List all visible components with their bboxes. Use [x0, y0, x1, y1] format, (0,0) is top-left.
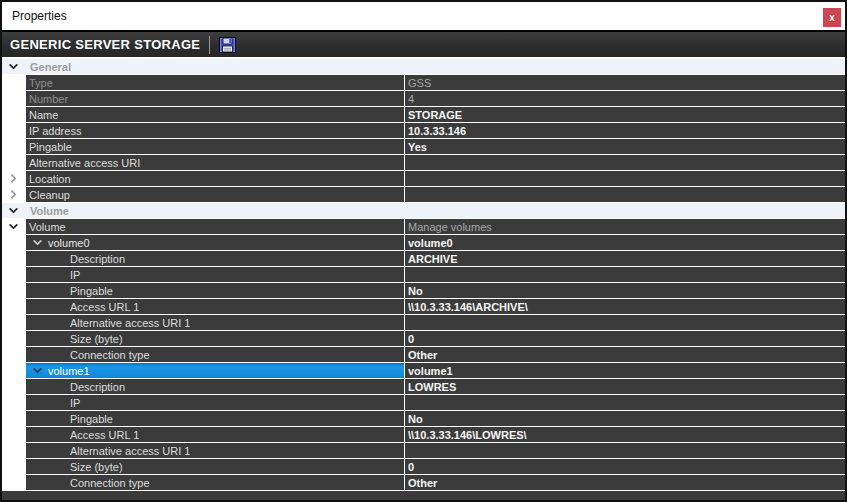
property-value-cell[interactable]: 0: [405, 459, 845, 474]
section-label: General: [26, 59, 71, 74]
property-row-alternative-access-uri-1[interactable]: Alternative access URI 1: [2, 443, 845, 458]
property-row-pingable[interactable]: PingableNo: [2, 283, 845, 298]
property-value-cell[interactable]: 10.3.33.146: [405, 123, 845, 138]
property-row-location[interactable]: Location: [2, 171, 845, 186]
property-label: Description: [70, 381, 125, 393]
property-value-cell[interactable]: \\10.3.33.146\ARCHIVE\: [405, 299, 845, 314]
section-label: Volume: [26, 203, 69, 218]
property-value-cell[interactable]: Yes: [405, 139, 845, 154]
property-row-number[interactable]: Number4: [2, 91, 845, 106]
property-value-cell[interactable]: GSS: [405, 75, 845, 90]
property-row-alternative-access-uri-1[interactable]: Alternative access URI 1: [2, 315, 845, 330]
property-label-cell: Description: [26, 251, 404, 266]
property-row-pingable[interactable]: PingableNo: [2, 411, 845, 426]
property-value: Other: [408, 349, 437, 361]
property-value-cell[interactable]: [405, 267, 845, 282]
property-label-cell: Cleanup: [26, 187, 404, 202]
property-value-cell[interactable]: [405, 155, 845, 170]
property-value-cell[interactable]: volume1: [405, 363, 845, 378]
property-label: Number: [29, 93, 68, 105]
property-label-cell: Pingable: [26, 139, 404, 154]
gutter-spacer: [2, 315, 26, 330]
section-row-general[interactable]: General: [2, 59, 845, 74]
gutter-spacer: [2, 75, 26, 90]
gutter-spacer: [2, 379, 26, 394]
property-row-pingable[interactable]: PingableYes: [2, 139, 845, 154]
property-row-ip[interactable]: IP: [2, 267, 845, 282]
property-row-description[interactable]: DescriptionLOWRES: [2, 379, 845, 394]
property-label: IP: [70, 397, 80, 409]
property-value: STORAGE: [408, 109, 462, 121]
gutter-spacer: [2, 299, 26, 314]
close-button[interactable]: x: [823, 8, 841, 27]
property-row-connection-type[interactable]: Connection typeOther: [2, 347, 845, 362]
gutter-spacer: [2, 427, 26, 442]
property-value-cell[interactable]: LOWRES: [405, 379, 845, 394]
toolbar: GENERIC SERVER STORAGE: [2, 32, 845, 57]
property-value-cell[interactable]: Other: [405, 475, 845, 490]
property-row-description[interactable]: DescriptionARCHIVE: [2, 251, 845, 266]
property-value-cell[interactable]: [405, 395, 845, 410]
property-row-volume[interactable]: VolumeManage volumes: [2, 219, 845, 234]
property-row-size-byte[interactable]: Size (byte)0: [2, 331, 845, 346]
property-row-volume1[interactable]: volume1volume1: [2, 363, 845, 378]
property-value-cell[interactable]: Other: [405, 347, 845, 362]
gutter-spacer: [2, 139, 26, 154]
gutter-spacer: [2, 347, 26, 362]
property-label: Size (byte): [70, 333, 123, 345]
property-label-cell: Alternative access URI: [26, 155, 404, 170]
property-label: Connection type: [70, 477, 150, 489]
property-value-cell[interactable]: \\10.3.33.146\LOWRES\: [405, 427, 845, 442]
gutter-spacer: [2, 443, 26, 458]
chevron-down-icon[interactable]: [2, 203, 26, 218]
save-button[interactable]: [217, 35, 237, 55]
property-label-cell: Location: [26, 171, 404, 186]
property-value-cell[interactable]: STORAGE: [405, 107, 845, 122]
property-value-cell[interactable]: Manage volumes: [405, 219, 845, 234]
title-bar: Properties x: [2, 2, 845, 30]
chevron-down-icon[interactable]: [33, 238, 42, 247]
property-row-alternative-access-uri[interactable]: Alternative access URI: [2, 155, 845, 170]
property-value-cell[interactable]: 0: [405, 331, 845, 346]
chevron-down-icon[interactable]: [33, 366, 42, 375]
property-label-cell: IP address: [26, 123, 404, 138]
property-value-cell[interactable]: [405, 443, 845, 458]
property-value-cell[interactable]: 4: [405, 91, 845, 106]
property-value-cell[interactable]: ARCHIVE: [405, 251, 845, 266]
property-value-cell[interactable]: [405, 187, 845, 202]
property-value: Yes: [408, 141, 427, 153]
section-row-volume[interactable]: Volume: [2, 203, 845, 218]
property-row-access-url-1[interactable]: Access URL 1\\10.3.33.146\LOWRES\: [2, 427, 845, 442]
property-row-access-url-1[interactable]: Access URL 1\\10.3.33.146\ARCHIVE\: [2, 299, 845, 314]
property-row-name[interactable]: NameSTORAGE: [2, 107, 845, 122]
chevron-right-icon[interactable]: [2, 187, 26, 202]
property-row-type[interactable]: TypeGSS: [2, 75, 845, 90]
gutter-spacer: [2, 107, 26, 122]
gutter-spacer: [2, 91, 26, 106]
chevron-down-icon[interactable]: [2, 363, 26, 378]
property-label-cell: Connection type: [26, 347, 404, 362]
property-value-cell[interactable]: [405, 171, 845, 186]
property-row-ip-address[interactable]: IP address10.3.33.146: [2, 123, 845, 138]
property-value-cell[interactable]: No: [405, 411, 845, 426]
property-value-cell[interactable]: [405, 315, 845, 330]
property-row-ip[interactable]: IP: [2, 395, 845, 410]
chevron-down-icon[interactable]: [2, 219, 26, 234]
property-label-cell: Connection type: [26, 475, 404, 490]
property-row-cleanup[interactable]: Cleanup: [2, 187, 845, 202]
toolbar-divider: [209, 36, 210, 54]
chevron-down-icon[interactable]: [2, 59, 26, 74]
property-label-cell: Access URL 1: [26, 299, 404, 314]
property-label-cell: volume1: [26, 363, 404, 378]
property-value-cell[interactable]: volume0: [405, 235, 845, 250]
property-label-cell: Name: [26, 107, 404, 122]
property-row-volume0[interactable]: volume0volume0: [2, 235, 845, 250]
property-value: 0: [408, 461, 414, 473]
property-row-size-byte[interactable]: Size (byte)0: [2, 459, 845, 474]
property-value: 10.3.33.146: [408, 125, 466, 137]
property-label: volume0: [48, 237, 90, 249]
chevron-right-icon[interactable]: [2, 171, 26, 186]
property-value-cell[interactable]: No: [405, 283, 845, 298]
chevron-down-icon[interactable]: [2, 235, 26, 250]
property-row-connection-type[interactable]: Connection typeOther: [2, 475, 845, 490]
